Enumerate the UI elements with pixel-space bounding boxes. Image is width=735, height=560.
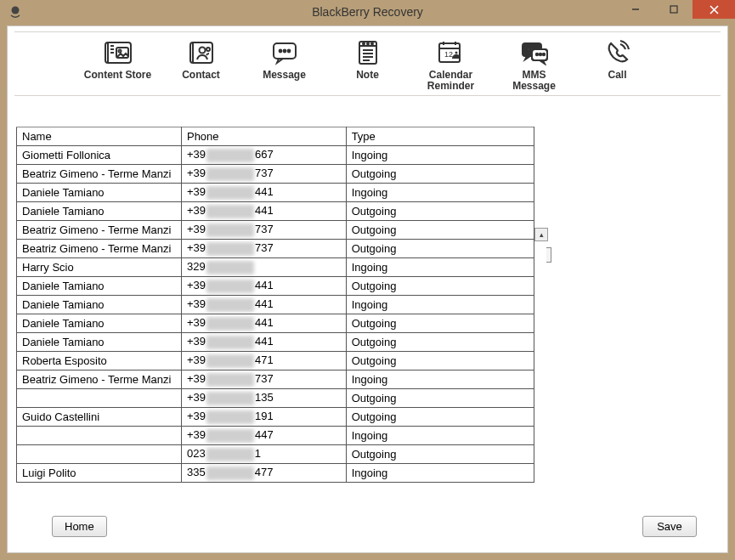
cell-name: Luigi Polito: [17, 464, 182, 483]
mms-message-icon: [520, 37, 549, 68]
cell-phone: +39441: [181, 333, 346, 352]
table-row[interactable]: Daniele Tamiano+39441Outgoing: [17, 277, 534, 296]
cell-name: Harry Scio: [17, 258, 182, 277]
table-row[interactable]: Luigi Polito335477Ingoing: [17, 464, 534, 483]
tool-message[interactable]: Message: [251, 37, 319, 92]
call-table-container: Name Phone Type Giometti Follonica+39667…: [16, 127, 548, 494]
cell-phone: +39441: [181, 296, 346, 314]
cell-name: Beatriz Gimeno - Terme Manzi: [17, 240, 182, 258]
cell-type: Outgoing: [346, 240, 534, 258]
table-row[interactable]: Daniele Tamiano+39441Outgoing: [17, 314, 534, 333]
table-row[interactable]: Beatriz Gimeno - Terme Manzi+39737Outgoi…: [17, 221, 534, 240]
cell-phone: 0231: [181, 445, 346, 464]
col-header-phone[interactable]: Phone: [181, 127, 346, 146]
content-pane: Content Store Contact Message: [7, 25, 728, 553]
table-row[interactable]: Beatriz Gimeno - Terme Manzi+39737Ingoin…: [17, 371, 534, 389]
col-header-type[interactable]: Type: [346, 127, 534, 146]
tool-contact[interactable]: Contact: [167, 37, 235, 92]
tool-calendar-reminder[interactable]: 12 Calendar Reminder: [417, 37, 485, 92]
cell-name: [17, 427, 182, 445]
cell-type: Outgoing: [346, 408, 534, 427]
scroll-up-button[interactable]: ▴: [534, 228, 548, 241]
cell-phone: 329: [181, 258, 346, 277]
contact-icon: [187, 37, 216, 68]
svg-point-21: [455, 52, 457, 54]
svg-text:12: 12: [444, 50, 453, 59]
home-button[interactable]: Home: [52, 516, 107, 537]
svg-rect-5: [105, 42, 131, 63]
svg-point-14: [287, 50, 290, 53]
cell-name: Beatriz Gimeno - Terme Manzi: [17, 165, 182, 184]
cell-phone: +39441: [181, 184, 346, 202]
cell-phone: +39667: [181, 146, 346, 165]
cell-name: Beatriz Gimeno - Terme Manzi: [17, 371, 182, 389]
cell-name: Daniele Tamiano: [17, 277, 182, 296]
maximize-button[interactable]: [654, 0, 693, 19]
tool-content-store[interactable]: Content Store: [84, 37, 152, 92]
tool-label: Content Store: [84, 70, 151, 81]
side-tab-handle[interactable]: [546, 247, 551, 263]
cell-name: Daniele Tamiano: [17, 202, 182, 221]
table-row[interactable]: Harry Scio329Ingoing: [17, 258, 534, 277]
calendar-reminder-icon: 12: [437, 37, 466, 68]
call-table: Name Phone Type Giometti Follonica+39667…: [16, 127, 534, 483]
tool-label: Contact: [182, 70, 220, 81]
table-row[interactable]: Daniele Tamiano+39441Outgoing: [17, 202, 534, 221]
col-header-name[interactable]: Name: [17, 127, 182, 146]
cell-type: Outgoing: [346, 314, 534, 333]
tool-note[interactable]: Note: [334, 37, 402, 92]
cell-name: Daniele Tamiano: [17, 333, 182, 352]
svg-point-13: [283, 50, 286, 53]
table-row[interactable]: Daniele Tamiano+39441Ingoing: [17, 184, 534, 202]
cell-type: Outgoing: [346, 165, 534, 184]
cell-name: Daniele Tamiano: [17, 314, 182, 333]
table-row[interactable]: 0231Outgoing: [17, 445, 534, 464]
cell-type: Ingoing: [346, 184, 534, 202]
app-icon: [7, 3, 24, 20]
table-row[interactable]: Giometti Follonica+39667Ingoing: [17, 146, 534, 165]
svg-point-9: [199, 48, 205, 54]
cell-name: Giometti Follonica: [17, 146, 182, 165]
cell-type: Ingoing: [346, 371, 534, 389]
table-row[interactable]: Beatriz Gimeno - Terme Manzi+39737Outgoi…: [17, 165, 534, 184]
minimize-button[interactable]: [616, 0, 654, 19]
table-row[interactable]: Beatriz Gimeno - Terme Manzi+39737Outgoi…: [17, 240, 534, 258]
tool-call[interactable]: Call: [584, 37, 652, 92]
cell-phone: 335477: [181, 464, 346, 483]
svg-point-16: [363, 43, 365, 45]
table-row[interactable]: Roberta Esposito+39471Outgoing: [17, 352, 534, 371]
cell-phone: +39447: [181, 427, 346, 445]
cell-name: Daniele Tamiano: [17, 184, 182, 202]
cell-name: Guido Castellini: [17, 408, 182, 427]
table-row[interactable]: Guido Castellini+39191Outgoing: [17, 408, 534, 427]
cell-phone: +39441: [181, 202, 346, 221]
cell-type: Ingoing: [346, 146, 534, 165]
cell-type: Ingoing: [346, 464, 534, 483]
table-row[interactable]: +39447Ingoing: [17, 427, 534, 445]
cell-phone: +39737: [181, 165, 346, 184]
cell-type: Outgoing: [346, 352, 534, 371]
cell-name: [17, 445, 182, 464]
cell-phone: +39191: [181, 408, 346, 427]
table-row[interactable]: Daniele Tamiano+39441Outgoing: [17, 333, 534, 352]
table-row[interactable]: Daniele Tamiano+39441Ingoing: [17, 296, 534, 314]
table-row[interactable]: +39135Outgoing: [17, 389, 534, 408]
cell-type: Ingoing: [346, 258, 534, 277]
svg-point-12: [279, 50, 281, 53]
vertical-scrollbar[interactable]: ▴ ▾: [534, 228, 548, 494]
cell-phone: +39441: [181, 277, 346, 296]
message-icon: [270, 37, 299, 68]
tool-label: Calendar Reminder: [427, 70, 474, 92]
main-toolbar: Content Store Contact Message: [14, 31, 721, 96]
close-button[interactable]: [693, 0, 735, 19]
svg-point-23: [527, 48, 529, 51]
cell-type: Ingoing: [346, 427, 534, 445]
save-button[interactable]: Save: [642, 516, 697, 537]
cell-phone: +39441: [181, 314, 346, 333]
cell-type: Outgoing: [346, 333, 534, 352]
tool-mms-message[interactable]: MMS Message: [500, 37, 568, 92]
cell-phone: +39135: [181, 389, 346, 408]
cell-name: Beatriz Gimeno - Terme Manzi: [17, 221, 182, 240]
svg-point-10: [206, 48, 210, 51]
svg-point-29: [539, 54, 540, 55]
